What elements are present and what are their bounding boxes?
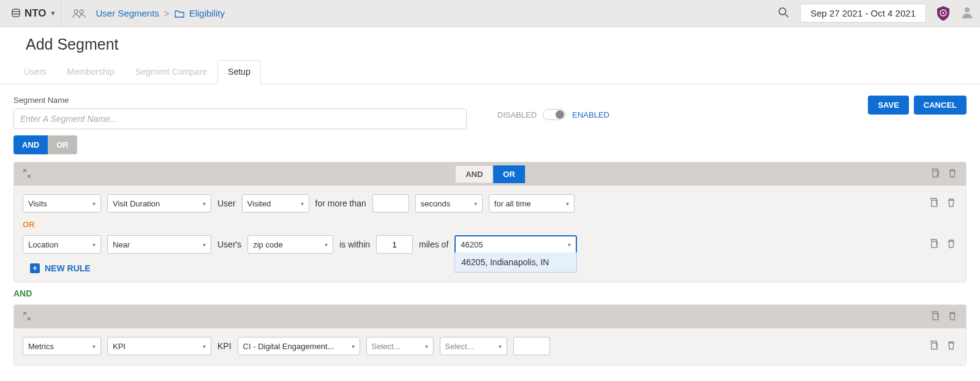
collapse-icon[interactable] [23, 169, 31, 179]
user-menu[interactable] [960, 6, 974, 21]
org-name: NTO [24, 7, 47, 20]
trash-icon [946, 200, 956, 209]
group1-delete-button[interactable] [946, 167, 959, 181]
svg-point-1 [74, 10, 78, 13]
enable-toggle[interactable] [543, 109, 566, 120]
rule1-condition-select[interactable]: Visited [242, 194, 309, 213]
collapse-icon[interactable] [23, 312, 31, 322]
trash-icon [946, 343, 956, 352]
group2-duplicate-button[interactable] [929, 310, 941, 324]
g2rule1-kpi-value-select[interactable]: CI - Digital Engagement... [238, 337, 360, 355]
rule1-submetric-select[interactable]: Visit Duration [107, 194, 211, 213]
svg-point-2 [80, 10, 83, 13]
tab-segment-compare: Segment Compare [125, 60, 218, 85]
trash-icon [948, 314, 957, 323]
g2rule1-duplicate-button[interactable] [928, 339, 940, 353]
search-button[interactable] [775, 4, 791, 22]
g2rule1-metric-select[interactable]: Metrics [23, 337, 101, 355]
g2rule1-submetric-select[interactable]: KPI [107, 337, 211, 355]
rule-group-2: Metrics KPI KPI CI - Digital Engagement.… [13, 304, 967, 366]
rule1-duplicate-button[interactable] [928, 197, 940, 211]
chevron-down-icon: ▼ [50, 10, 56, 17]
svg-point-0 [12, 9, 20, 11]
tab-membership: Membership [57, 60, 125, 85]
cancel-button[interactable]: CANCEL [914, 96, 967, 115]
rule1-metric-select[interactable]: Visits [23, 194, 101, 213]
trash-icon [946, 241, 956, 251]
rule-separator-or: OR [23, 219, 957, 235]
group1-or-button[interactable]: OR [493, 165, 525, 183]
copy-icon [930, 171, 940, 180]
rule2-within-label: is within [339, 240, 370, 249]
rule1-range-select[interactable]: for all time [489, 194, 575, 213]
breadcrumb-eligibility[interactable]: Eligibility [189, 8, 225, 18]
date-range-picker[interactable]: Sep 27 2021 - Oct 4 2021 [800, 4, 926, 23]
rule-row-location: Location Near User's zip code is within … [23, 235, 957, 260]
copy-icon [929, 343, 939, 352]
breadcrumb-sep: > [164, 8, 170, 18]
svg-line-4 [785, 14, 788, 17]
top-bar: NTO ▼ User Segments > Eligibility Sep 27… [0, 0, 980, 27]
org-picker[interactable]: NTO ▼ [6, 0, 61, 27]
copy-icon [929, 241, 939, 251]
rule2-delete-button[interactable] [945, 238, 957, 252]
save-button[interactable]: SAVE [868, 96, 908, 115]
svg-point-7 [965, 7, 970, 12]
rule2-radius-input[interactable] [376, 235, 413, 254]
segment-name-input[interactable] [13, 108, 467, 129]
root-bool-group: AND OR [13, 135, 77, 154]
group1-duplicate-button[interactable] [929, 167, 941, 181]
segment-name-label: Segment Name [13, 96, 479, 105]
copy-icon [930, 314, 940, 323]
svg-point-3 [779, 8, 786, 15]
g2rule1-delete-button[interactable] [945, 339, 957, 353]
tabs: Users Membership Segment Compare Setup [0, 59, 980, 85]
breadcrumb-user-segments[interactable]: User Segments [96, 8, 159, 18]
rule-group-1: AND OR Visits Visit Duration User Visite… [13, 162, 967, 282]
rule2-metric-select[interactable]: Location [23, 235, 101, 254]
copy-icon [929, 200, 939, 209]
rule2-milesof-label: miles of [419, 240, 448, 249]
toggle-disabled-label: DISABLED [497, 110, 537, 119]
page-title: Add Segment [0, 27, 980, 59]
g2rule1-op2-select[interactable]: Select... [440, 337, 507, 355]
tab-users: Users [13, 60, 57, 85]
group1-and-button[interactable]: AND [455, 165, 493, 183]
rule-row-metrics: Metrics KPI KPI CI - Digital Engagement.… [23, 337, 957, 361]
plus-icon: + [30, 263, 40, 273]
rule1-delete-button[interactable] [945, 197, 957, 211]
rule1-units-select[interactable]: seconds [415, 194, 483, 213]
database-icon [11, 9, 21, 18]
svg-point-6 [943, 12, 944, 13]
toggle-enabled-label: ENABLED [572, 110, 609, 119]
g2rule1-kpi-label: KPI [217, 341, 232, 351]
shield-icon[interactable] [935, 5, 952, 22]
rule2-users-label: User's [217, 240, 241, 249]
group-separator-and: AND [0, 289, 980, 304]
rule2-submetric-select[interactable]: Near [107, 235, 211, 254]
rule1-morethan-label: for more than [315, 198, 366, 208]
g2rule1-value-input[interactable] [513, 337, 550, 355]
rule1-value-input[interactable] [372, 194, 409, 213]
group2-delete-button[interactable] [946, 310, 959, 324]
users-icon [72, 9, 86, 18]
root-or-button[interactable]: OR [48, 135, 77, 154]
g2rule1-op1-select[interactable]: Select... [366, 337, 434, 355]
new-rule-label: NEW RULE [45, 263, 91, 273]
rule2-duplicate-button[interactable] [928, 238, 940, 252]
rule2-field-select[interactable]: zip code [247, 235, 333, 254]
trash-icon [948, 171, 957, 180]
rule2-zip-select[interactable]: 46205 46205, Indianapolis, IN ➤ [454, 235, 577, 254]
search-icon [778, 10, 789, 20]
zip-dropdown-option[interactable]: 46205, Indianapolis, IN [454, 252, 577, 273]
breadcrumb: User Segments > Eligibility [96, 8, 225, 18]
rule2-zip-value: 46205 [461, 240, 483, 249]
tab-setup[interactable]: Setup [217, 60, 261, 85]
rule1-user-label: User [217, 198, 236, 208]
folder-icon [175, 9, 184, 18]
root-and-button[interactable]: AND [13, 135, 48, 154]
rule-row-visits: Visits Visit Duration User Visited for m… [23, 194, 957, 219]
